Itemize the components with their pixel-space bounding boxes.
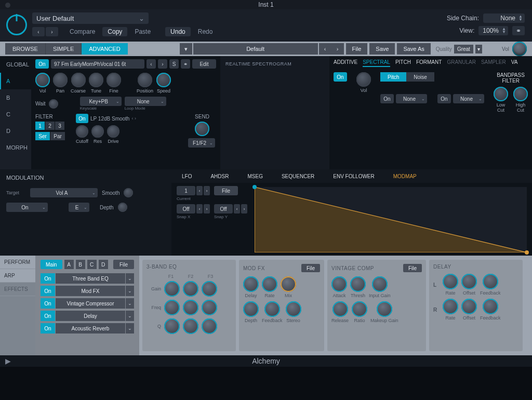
- redo-button[interactable]: Redo: [193, 27, 218, 36]
- filter-2-button[interactable]: 2: [45, 122, 55, 130]
- modfx-stereo[interactable]: [286, 301, 301, 317]
- modfx-mix[interactable]: [281, 276, 296, 292]
- fx-file-button[interactable]: File: [113, 260, 134, 269]
- tab-pitch[interactable]: PITCH: [395, 59, 411, 67]
- undo-button[interactable]: Undo: [165, 27, 191, 36]
- quality-select[interactable]: Great: [454, 45, 473, 54]
- mod-on-select[interactable]: On⌄: [6, 203, 48, 212]
- tab-formant[interactable]: FORMANT: [416, 59, 442, 67]
- eq-q-f3[interactable]: [202, 318, 217, 334]
- filter-on-button[interactable]: On: [76, 114, 88, 123]
- modfx-rate[interactable]: [262, 276, 277, 292]
- snapy-value[interactable]: Off: [214, 204, 233, 214]
- send-knob[interactable]: [195, 122, 209, 136]
- sidebar-item-morph[interactable]: MORPH: [0, 139, 31, 156]
- sidechain-select[interactable]: None ▲▼: [483, 14, 525, 23]
- modfx-file-button[interactable]: File: [301, 264, 320, 272]
- comp-input[interactable]: [372, 276, 388, 292]
- eq-q-f1[interactable]: [164, 318, 180, 334]
- noise-src-select[interactable]: None⌄: [453, 94, 484, 103]
- preset-next-button[interactable]: ›: [331, 43, 344, 55]
- ser-button[interactable]: Ser: [35, 132, 50, 140]
- noise-tab[interactable]: Noise: [406, 72, 434, 82]
- tab-mseg[interactable]: MSEG: [247, 174, 262, 179]
- tab-arp[interactable]: ARP: [0, 269, 35, 283]
- edit-button[interactable]: Edit: [192, 59, 216, 69]
- eq-gain-f2[interactable]: [183, 281, 198, 297]
- tab-sequencer[interactable]: SEQUENCER: [282, 174, 314, 179]
- modfx-delay[interactable]: [243, 276, 259, 292]
- spectral-vol-knob[interactable]: [356, 72, 371, 87]
- eq-gain-f1[interactable]: [164, 281, 180, 297]
- modmap-file-button[interactable]: File: [214, 186, 238, 195]
- compare-button[interactable]: Compare: [64, 27, 100, 36]
- comp-attack[interactable]: [331, 276, 347, 292]
- delay-l-offset[interactable]: [461, 274, 477, 289]
- smooth-knob[interactable]: [124, 188, 133, 197]
- link-icon[interactable]: ⚭: [512, 26, 525, 35]
- delay-l-fb[interactable]: [483, 274, 498, 289]
- file-button[interactable]: File: [346, 43, 368, 55]
- highcut-knob[interactable]: [513, 87, 528, 101]
- preset-prev-button[interactable]: ‹: [319, 43, 331, 55]
- delay-l-rate[interactable]: [443, 274, 458, 289]
- view-select[interactable]: 100% ▲▼: [478, 26, 508, 35]
- comp-file-button[interactable]: File: [403, 264, 422, 272]
- pitch-on-button[interactable]: On: [380, 94, 394, 103]
- delay-r-rate[interactable]: [443, 299, 458, 314]
- tab-perform[interactable]: PERFORM: [0, 256, 35, 269]
- sample-name-field[interactable]: 97 Fm EarlyMornPhVocal 01 6t: [51, 59, 144, 69]
- eq-freq-f3[interactable]: [202, 300, 217, 315]
- quality-caret[interactable]: ▾: [475, 45, 482, 54]
- tab-advanced[interactable]: ADVANCED: [82, 43, 127, 55]
- power-button[interactable]: [6, 15, 27, 35]
- eq-gain-f3[interactable]: [202, 281, 217, 297]
- drive-knob[interactable]: [107, 125, 119, 138]
- modmap-current[interactable]: 1: [177, 186, 195, 195]
- fx-main-button[interactable]: Main: [41, 260, 62, 269]
- coarse-knob[interactable]: [71, 73, 86, 87]
- comp-release[interactable]: [332, 301, 348, 317]
- delay-r-offset[interactable]: [461, 299, 477, 314]
- comp-thresh[interactable]: [350, 276, 366, 292]
- sidebar-item-d[interactable]: D: [0, 123, 31, 139]
- modfx-depth[interactable]: [243, 301, 259, 317]
- preset-name-field[interactable]: Default: [193, 43, 318, 55]
- send-select[interactable]: F1/F2⌄: [188, 138, 215, 148]
- copy-button[interactable]: Copy: [102, 27, 127, 36]
- tab-simple[interactable]: SIMPLE: [46, 43, 82, 55]
- mod-e-select[interactable]: E⌄: [69, 203, 89, 212]
- prev-button[interactable]: ‹: [32, 27, 45, 36]
- loopmode-select[interactable]: None⌄: [125, 97, 166, 106]
- delay-r-fb[interactable]: [483, 299, 498, 314]
- sample-prev[interactable]: ‹: [147, 59, 156, 69]
- tab-sampler[interactable]: SAMPLER: [481, 59, 506, 67]
- comp-makeup[interactable]: [377, 301, 392, 317]
- tab-granular[interactable]: GRANULAR: [447, 59, 476, 67]
- sidebar-item-global[interactable]: GLOBAL: [0, 56, 31, 73]
- tab-modmap[interactable]: MODMAP: [393, 174, 417, 179]
- sidebar-item-b[interactable]: B: [0, 89, 31, 106]
- vol-knob[interactable]: [35, 73, 50, 87]
- noise-on-button[interactable]: On: [437, 94, 451, 103]
- wait-knob[interactable]: [49, 99, 58, 109]
- modmap-prev[interactable]: ‹: [196, 186, 203, 195]
- target-select[interactable]: Vol A⌄: [30, 188, 98, 197]
- sidebar-item-a[interactable]: A: [0, 73, 31, 89]
- solo-button[interactable]: S: [169, 59, 179, 69]
- paste-button[interactable]: Paste: [129, 27, 156, 36]
- filter-3-button[interactable]: 3: [55, 122, 64, 130]
- modmap-next[interactable]: ›: [204, 186, 210, 195]
- fine-knob[interactable]: [107, 73, 121, 87]
- graph-point-end[interactable]: [525, 250, 529, 255]
- tab-additive[interactable]: ADDITIVE: [334, 59, 357, 67]
- graph-point-start[interactable]: [252, 185, 257, 189]
- next-button[interactable]: ›: [46, 27, 58, 36]
- tab-ahdsr[interactable]: AHDSR: [210, 174, 229, 179]
- tab-effects[interactable]: EFFECTS: [0, 283, 35, 296]
- cutoff-knob[interactable]: [76, 125, 88, 138]
- pitch-tab[interactable]: Pitch: [380, 72, 406, 82]
- modfx-feedback[interactable]: [264, 301, 280, 317]
- filter-type[interactable]: LP 12dB Smooth: [90, 116, 129, 122]
- sidebar-item-c[interactable]: C: [0, 106, 31, 123]
